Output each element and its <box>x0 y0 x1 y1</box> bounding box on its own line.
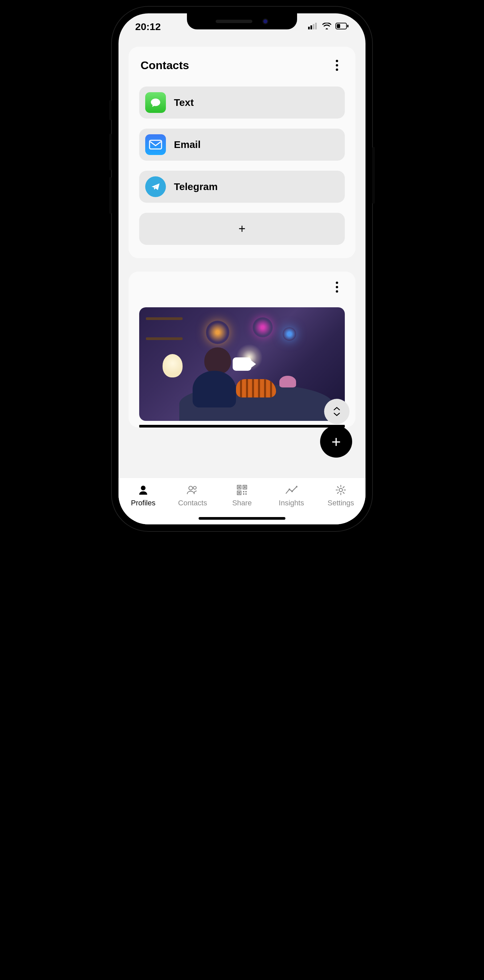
svg-rect-18 <box>245 491 247 492</box>
screen: 20:12 Contacts <box>119 13 365 524</box>
status-icons <box>308 23 349 31</box>
svg-rect-15 <box>244 487 245 488</box>
svg-rect-5 <box>337 24 340 28</box>
contacts-card: Contacts Text Email <box>129 47 355 258</box>
contact-row-label: Text <box>174 97 194 108</box>
svg-rect-1 <box>310 25 312 29</box>
home-indicator[interactable] <box>198 517 286 520</box>
svg-rect-17 <box>243 491 244 492</box>
media-more-button[interactable] <box>330 282 343 293</box>
tab-label: Profiles <box>131 499 155 508</box>
illustration-person <box>193 347 243 407</box>
profile-icon <box>137 484 149 496</box>
status-time: 20:12 <box>135 21 161 32</box>
notch <box>187 13 297 29</box>
insights-icon <box>286 484 297 496</box>
tab-label: Insights <box>279 499 304 508</box>
illustration-cat <box>236 379 276 398</box>
illustration-shelf <box>146 337 182 340</box>
speaker <box>216 20 252 23</box>
illustration-shelf <box>146 317 182 320</box>
contact-row-label: Email <box>174 139 201 150</box>
contacts-more-button[interactable] <box>330 60 343 71</box>
volume-down <box>109 177 112 214</box>
media-thumbnail[interactable] <box>139 307 345 421</box>
more-dots-icon <box>336 282 338 284</box>
wifi-icon <box>322 23 332 31</box>
contact-row-email[interactable]: Email <box>139 129 345 161</box>
contact-row-label: Telegram <box>174 181 217 192</box>
svg-point-22 <box>291 491 293 492</box>
illustration-firework <box>253 317 273 337</box>
svg-rect-0 <box>308 27 310 29</box>
svg-rect-7 <box>149 140 162 149</box>
plus-icon: + <box>238 222 245 236</box>
tab-share[interactable]: Share <box>220 484 264 508</box>
tab-contacts[interactable]: Contacts <box>171 484 214 508</box>
mute-switch <box>109 100 112 120</box>
tab-label: Settings <box>327 499 354 508</box>
qr-icon <box>236 484 248 496</box>
chevron-down-icon <box>333 412 341 417</box>
svg-point-24 <box>339 488 343 492</box>
illustration-firework <box>206 321 229 344</box>
tab-settings[interactable]: Settings <box>319 484 362 508</box>
contacts-title: Contacts <box>141 59 189 72</box>
gear-icon <box>335 484 347 496</box>
media-card <box>129 272 355 428</box>
mail-icon <box>145 134 166 155</box>
phone-frame: 20:12 Contacts <box>112 7 372 531</box>
power-button <box>372 147 375 204</box>
plus-icon: + <box>332 433 341 451</box>
svg-rect-19 <box>243 493 244 495</box>
svg-rect-6 <box>347 25 349 27</box>
svg-point-21 <box>289 488 290 490</box>
tab-label: Contacts <box>178 499 207 508</box>
telegram-icon <box>145 177 166 197</box>
volume-up <box>109 134 112 170</box>
contacts-icon <box>187 484 198 496</box>
tab-label: Share <box>232 499 252 508</box>
svg-rect-20 <box>245 493 247 495</box>
svg-rect-16 <box>239 492 240 493</box>
svg-rect-14 <box>239 487 240 488</box>
reorder-fab[interactable] <box>324 399 349 424</box>
chevron-up-icon <box>333 407 341 411</box>
more-dots-icon <box>336 60 338 62</box>
add-contact-button[interactable]: + <box>139 213 345 245</box>
svg-point-10 <box>193 486 196 489</box>
messages-icon <box>145 92 166 113</box>
signal-icon <box>308 23 318 31</box>
svg-point-9 <box>189 486 193 490</box>
svg-point-8 <box>141 486 146 490</box>
front-camera <box>262 18 268 24</box>
tab-profiles[interactable]: Profiles <box>122 484 165 508</box>
svg-rect-2 <box>313 24 314 29</box>
video-icon <box>233 357 251 371</box>
illustration-firework <box>283 327 296 341</box>
tab-insights[interactable]: Insights <box>270 484 313 508</box>
contact-row-telegram[interactable]: Telegram <box>139 171 345 203</box>
illustration-decor <box>279 376 296 387</box>
contact-row-text[interactable]: Text <box>139 86 345 119</box>
battery-icon <box>335 23 349 31</box>
svg-rect-3 <box>315 23 317 29</box>
add-fab[interactable]: + <box>320 426 352 458</box>
illustration-lamp <box>163 354 182 377</box>
media-scroll-indicator <box>139 425 345 428</box>
